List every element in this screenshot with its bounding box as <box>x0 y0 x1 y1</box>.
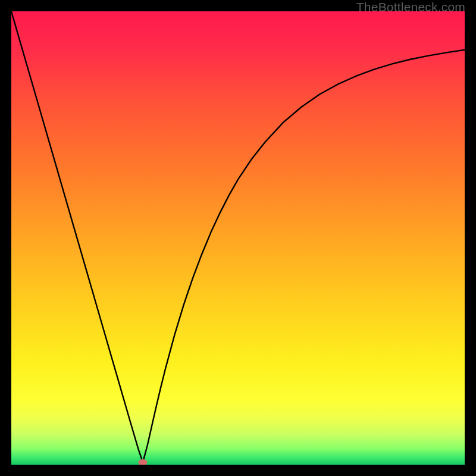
chart-frame: TheBottleneck.com <box>0 0 476 476</box>
gradient-background <box>11 11 465 465</box>
watermark-text: TheBottleneck.com <box>356 0 465 14</box>
plot-area <box>11 11 465 465</box>
chart-svg <box>11 11 465 465</box>
